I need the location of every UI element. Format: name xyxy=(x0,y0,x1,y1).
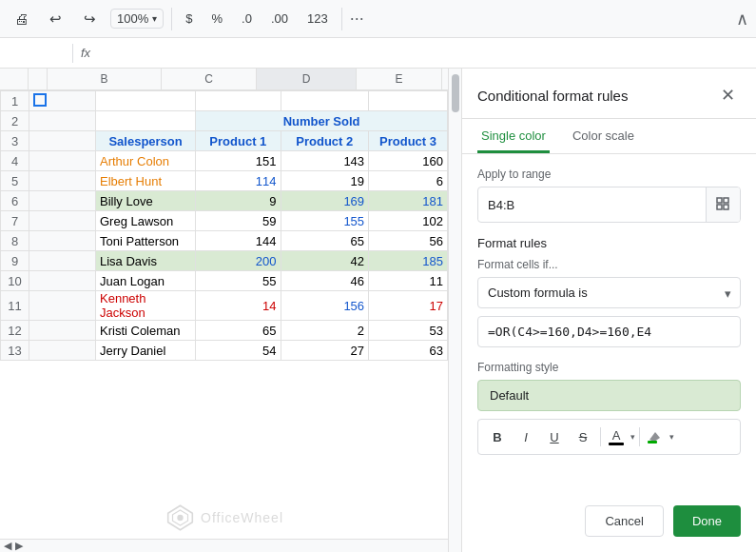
header-group-cell: Number Sold xyxy=(196,111,448,131)
spreadsheet-area: B C D E 1 xyxy=(0,69,448,552)
formatting-style-section: Formatting style Default B I U S A ▾ xyxy=(477,361,741,455)
main-area: B C D E 1 xyxy=(0,69,756,552)
toolbar-separator-2 xyxy=(341,8,342,30)
panel-actions: Cancel Done xyxy=(462,496,756,552)
range-grid-btn[interactable] xyxy=(706,187,740,222)
cancel-button[interactable]: Cancel xyxy=(585,505,663,537)
number-format-btn[interactable]: 123 xyxy=(301,10,334,28)
format-condition-dropdown[interactable]: Custom formula is xyxy=(477,277,741,308)
cell-e1[interactable] xyxy=(369,91,448,111)
svg-rect-2 xyxy=(724,198,728,203)
tab-single-color[interactable]: Single color xyxy=(477,119,550,153)
cell-a3[interactable] xyxy=(29,131,96,151)
text-color-letter: A xyxy=(612,429,621,442)
cell-d1[interactable] xyxy=(281,91,369,111)
done-button[interactable]: Done xyxy=(673,505,741,537)
col-header-b[interactable]: B xyxy=(48,69,162,89)
cell-reference-input[interactable] xyxy=(8,46,65,60)
text-color-bar xyxy=(609,443,624,445)
col-header-empty xyxy=(29,69,48,89)
format-rules-section: Format rules Format cells if... Custom f… xyxy=(477,236,741,347)
apply-to-range-section: Apply to range xyxy=(477,168,741,223)
table-row: 12 Kristi Coleman 65 2 53 xyxy=(1,321,448,341)
spreadsheet-content[interactable]: 1 2 Number Sold xyxy=(0,90,448,539)
strikethrough-btn[interactable]: S xyxy=(570,424,596,450)
dropdown-wrapper: Custom formula is ▾ xyxy=(477,277,741,308)
cell-a1[interactable] xyxy=(29,91,96,111)
cell-a2[interactable] xyxy=(29,111,96,131)
cell-c1[interactable] xyxy=(196,91,281,111)
col-header-e[interactable]: E xyxy=(357,69,442,89)
text-color-btn[interactable]: A xyxy=(605,427,628,447)
apply-to-range-label: Apply to range xyxy=(477,168,741,181)
decimal-more-btn[interactable]: .00 xyxy=(265,10,294,28)
decimal-less-btn[interactable]: .0 xyxy=(236,10,258,28)
table-row: 10 Juan Logan 55 46 11 xyxy=(1,271,448,291)
range-input[interactable] xyxy=(478,190,706,220)
svg-rect-3 xyxy=(717,205,722,209)
bold-btn[interactable]: B xyxy=(484,424,511,450)
table-row: 4 Arthur Colon 151 143 160 xyxy=(1,151,448,171)
row-num-1: 1 xyxy=(1,91,29,111)
panel-tabs: Single color Color scale xyxy=(462,119,756,154)
col-header-d[interactable]: D xyxy=(257,69,357,89)
more-options-btn[interactable]: ··· xyxy=(350,9,364,29)
undo-icon[interactable]: ↩ xyxy=(42,6,68,32)
table-row: 13 Jerry Daniel 54 27 63 xyxy=(1,341,448,361)
currency-btn[interactable]: $ xyxy=(180,10,198,28)
fmt-separator-2 xyxy=(639,427,640,446)
table-row: 1 xyxy=(1,91,448,111)
col-header-c[interactable]: C xyxy=(162,69,257,89)
fill-color-dropdown-arrow[interactable]: ▾ xyxy=(669,432,674,442)
header-product1: Product 1 xyxy=(196,131,281,151)
fill-color-btn[interactable] xyxy=(644,428,667,445)
table-row-header-group: 2 Number Sold xyxy=(1,111,448,131)
table-row: 7 Greg Lawson 59 155 102 xyxy=(1,211,448,231)
svg-rect-5 xyxy=(648,441,657,444)
formatting-style-label: Formatting style xyxy=(477,361,741,374)
range-input-row xyxy=(477,187,741,223)
formula-bar: fx xyxy=(0,38,756,69)
default-preview: Default xyxy=(477,380,741,411)
table-row: 11 Kenneth Jackson 14 156 17 xyxy=(1,291,448,321)
text-color-dropdown-arrow[interactable]: ▾ xyxy=(630,432,635,442)
vertical-scrollbar[interactable] xyxy=(448,69,461,552)
zoom-control[interactable]: 100% ▾ xyxy=(110,9,164,29)
panel-title: Conditional format rules xyxy=(477,88,628,104)
column-headers: B C D E xyxy=(0,69,448,90)
print-icon[interactable]: 🖨 xyxy=(8,6,34,32)
table-row: 5 Elbert Hunt 114 19 6 xyxy=(1,171,448,191)
cell-b2[interactable] xyxy=(96,111,196,131)
table-row-subheaders: 3 Salesperson Product 1 Product 2 Produc… xyxy=(1,131,448,151)
header-product2: Product 2 xyxy=(281,131,369,151)
header-product3: Product 3 xyxy=(369,131,448,151)
header-salesperson: Salesperson xyxy=(96,131,196,151)
zoom-value: 100% xyxy=(117,11,148,26)
sheet-scrollbar[interactable]: ◀ ▶ xyxy=(0,539,448,552)
side-panel: Conditional format rules ✕ Single color … xyxy=(461,69,756,552)
scrollbar-thumb[interactable] xyxy=(452,74,459,112)
table-row: 8 Toni Patterson 144 65 56 xyxy=(1,231,448,251)
svg-rect-1 xyxy=(717,198,722,203)
cell-b1[interactable] xyxy=(96,91,196,111)
percent-btn[interactable]: % xyxy=(205,10,228,28)
minimize-btn[interactable]: ∧ xyxy=(736,9,748,30)
toolbar: 🖨 ↩ ↪ 100% ▾ $ % .0 .00 123 ··· ∧ xyxy=(0,0,756,38)
row-num-3: 3 xyxy=(1,131,29,151)
redo-icon[interactable]: ↪ xyxy=(76,6,103,32)
row-num-header xyxy=(0,69,29,89)
svg-rect-4 xyxy=(724,205,728,209)
table-row: 6 Billy Love 9 169 181 xyxy=(1,191,448,211)
panel-header: Conditional format rules ✕ xyxy=(462,69,756,119)
panel-close-btn[interactable]: ✕ xyxy=(714,82,741,108)
fmt-separator xyxy=(600,427,601,446)
row-num-2: 2 xyxy=(1,111,29,131)
underline-btn[interactable]: U xyxy=(541,424,568,450)
format-rules-label: Format rules xyxy=(477,236,741,250)
italic-btn[interactable]: I xyxy=(513,424,539,450)
svg-point-0 xyxy=(177,515,183,521)
formula-input[interactable] xyxy=(477,316,741,347)
tab-color-scale[interactable]: Color scale xyxy=(569,119,638,153)
formula-bar-separator xyxy=(72,44,73,63)
sheet-table: 1 2 Number Sold xyxy=(0,90,448,361)
